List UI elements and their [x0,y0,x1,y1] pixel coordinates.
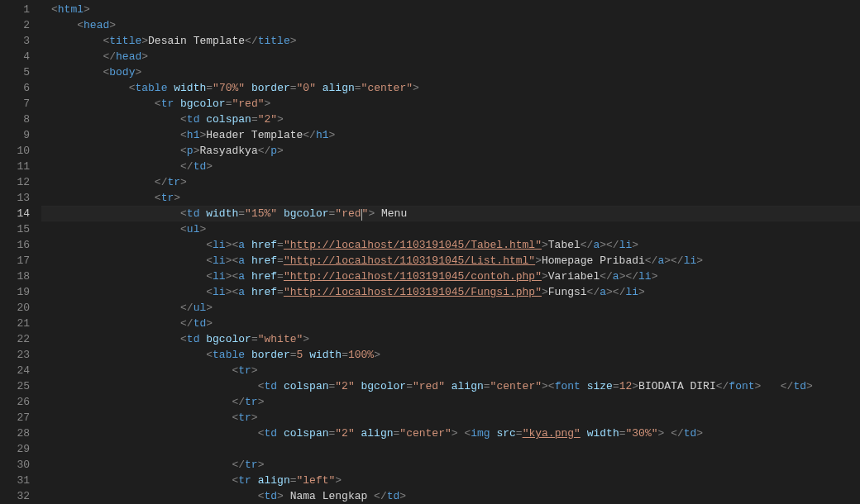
line-number: 31 [0,473,30,488]
code-line[interactable] [41,441,860,457]
code-line[interactable]: </tr> [41,457,860,473]
line-number: 5 [0,64,30,80]
code-line[interactable]: <html> [41,2,860,17]
line-number: 25 [0,378,30,394]
code-line[interactable]: <h1>Header Template</h1> [41,127,860,143]
line-number: 7 [0,96,30,112]
line-number: 14 [0,206,30,221]
code-line[interactable]: <td width="15%" bgcolor="red"> Menu [41,206,860,221]
code-line[interactable]: <title>Desain Template</title> [41,33,860,49]
line-number: 6 [0,80,30,96]
code-line[interactable]: <li><a href="http://localhost/1103191045… [41,237,860,253]
code-line[interactable]: <table width="70%" border="0" align="cen… [41,80,860,96]
line-number: 13 [0,190,30,206]
code-line[interactable]: </td> [41,159,860,174]
line-number: 22 [0,331,30,347]
line-number: 4 [0,49,30,64]
line-number: 15 [0,221,30,237]
code-line[interactable]: <table border=5 width=100%> [41,347,860,363]
code-line[interactable]: <tr> [41,410,860,426]
code-area[interactable]: <html> <head> <title>Desain Template</ti… [41,0,860,504]
code-line[interactable]: <ul> [41,221,860,237]
code-line[interactable]: <head> [41,17,860,33]
code-line[interactable]: </tr> [41,394,860,410]
line-number: 30 [0,457,30,473]
line-number: 19 [0,284,30,300]
code-line[interactable]: </head> [41,49,860,64]
line-number: 8 [0,112,30,127]
line-number: 16 [0,237,30,253]
code-line[interactable]: <li><a href="http://localhost/1103191045… [41,269,860,284]
line-number: 27 [0,410,30,426]
line-number: 26 [0,394,30,410]
line-number: 17 [0,253,30,269]
line-number: 9 [0,127,30,143]
code-line[interactable]: <tr> [41,190,860,206]
code-line[interactable]: </ul> [41,300,860,316]
code-line[interactable]: <p>Rasyadkya</p> [41,143,860,159]
code-line[interactable]: <li><a href="http://localhost/1103191045… [41,284,860,300]
line-number: 24 [0,363,30,378]
code-line[interactable]: <td colspan="2" align="center"> <img src… [41,426,860,441]
code-line[interactable]: <td> Nama Lengkap </td> [41,488,860,504]
code-line[interactable]: <tr bgcolor="red"> [41,96,860,112]
code-line[interactable]: </td> [41,316,860,331]
line-number: 11 [0,159,30,174]
code-line[interactable]: <td colspan="2"> [41,112,860,127]
code-line[interactable]: <td colspan="2" bgcolor="red" align="cen… [41,378,860,394]
line-number: 1 [0,2,30,17]
code-editor: 1234567891011121314151617181920212223242… [0,0,860,504]
line-number: 3 [0,33,30,49]
line-number: 29 [0,441,30,457]
line-number: 20 [0,300,30,316]
line-number: 12 [0,174,30,190]
line-number: 21 [0,316,30,331]
line-number: 10 [0,143,30,159]
line-number: 2 [0,17,30,33]
code-line[interactable]: </tr> [41,174,860,190]
code-line[interactable]: <tr> [41,363,860,378]
line-number: 32 [0,488,30,504]
line-number: 28 [0,426,30,441]
code-line[interactable]: <td bgcolor="white"> [41,331,860,347]
line-number-gutter: 1234567891011121314151617181920212223242… [0,0,41,504]
code-line[interactable]: <tr align="left"> [41,473,860,488]
line-number: 23 [0,347,30,363]
code-line[interactable]: <li><a href="http://localhost/1103191045… [41,253,860,269]
line-number: 18 [0,269,30,284]
code-line[interactable]: <body> [41,64,860,80]
